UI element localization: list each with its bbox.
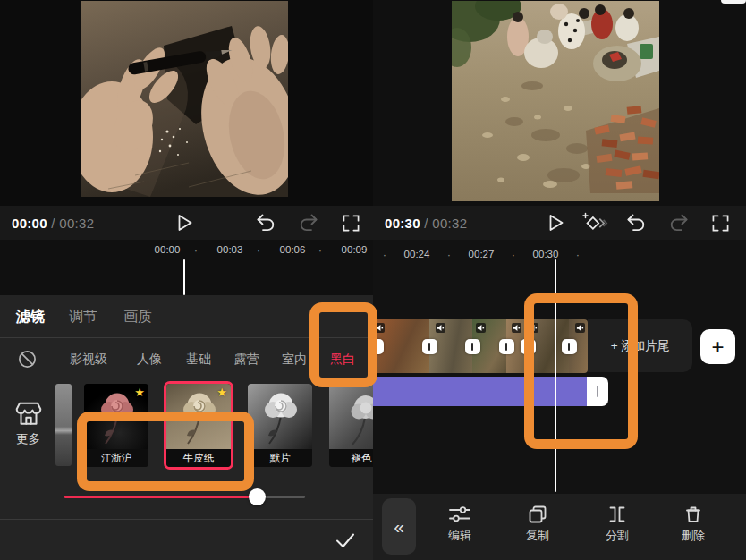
transition-handle[interactable] [465,339,480,354]
filter-card-tuise[interactable]: 褪色 [329,384,373,467]
ruler-tick: 00:06 [280,244,306,255]
category-cinematic[interactable]: 影视级 [70,352,107,368]
mute-icon[interactable] [476,323,486,333]
ruler-tick: 00:09 [342,244,368,255]
ruler-tick: 00:03 [217,244,243,255]
left-preview-area [0,0,373,206]
add-clip-button[interactable]: + [700,329,735,364]
filter-thumb [329,384,373,449]
capcut-dual-screenshot: 00:00 / 00:32 00:00 · 00:03 · 00:06 · 00… [0,0,746,560]
bottom-toolbar: « 编辑 复制 分割 删除 [373,494,746,560]
left-redo-button[interactable] [298,213,319,233]
split-icon [606,504,628,525]
right-time-total: 00:32 [432,216,467,231]
tab-quality[interactable]: 画质 [123,308,152,327]
add-keyframe-button[interactable] [581,212,609,233]
right-fullscreen-button[interactable] [710,213,730,233]
tool-edit[interactable]: 编辑 [448,504,471,544]
filter-thumb [248,384,312,449]
screen-corner-artifact [721,0,746,4]
filter-card-niupizhi[interactable]: ★ 牛皮纸 [166,384,231,467]
audio-track-trim-handle[interactable] [587,377,608,406]
right-play-button[interactable] [547,213,566,233]
mute-icon[interactable] [512,323,521,333]
mute-icon[interactable] [529,323,538,333]
left-playhead [183,259,186,295]
ruler-tick: 00:24 [404,249,430,259]
collapse-toolbar-button[interactable]: « [382,498,416,555]
play-icon [177,214,193,232]
ruler-tick: 00:27 [469,249,495,259]
category-blackwhite[interactable]: 黑白 [330,352,355,368]
right-preview-video [452,1,659,201]
collapse-icon: « [394,516,404,538]
transition-handle[interactable] [499,339,514,354]
mute-icon[interactable] [436,323,445,333]
tool-delete[interactable]: 删除 [682,504,705,544]
checkmark-icon [334,529,357,552]
right-time-display: 00:30 / 00:32 [385,216,467,231]
filter-none-button[interactable] [17,349,37,369]
transition-handle[interactable] [562,339,577,354]
ruler-tick: 00:00 [155,244,181,255]
tab-adjust[interactable]: 调节 [69,308,97,327]
redo-icon [298,214,319,232]
left-fullscreen-button[interactable] [341,213,360,233]
slider-fill [64,496,257,498]
tab-filters[interactable]: 滤镜 [16,308,45,327]
filter-store-button[interactable] [13,397,45,429]
divider [0,337,373,338]
none-icon [18,350,37,369]
transition-handle[interactable] [521,339,536,354]
left-time-total: 00:32 [59,216,94,231]
category-portrait[interactable]: 人像 [137,352,162,368]
tool-split[interactable]: 分割 [606,504,629,544]
filter-name: 褪色 [329,449,373,467]
tool-copy[interactable]: 复制 [526,504,549,544]
left-time-display: 00:00 / 00:32 [12,216,94,231]
star-icon: ★ [134,386,145,399]
left-preview-video [81,1,288,197]
store-icon [13,398,44,428]
add-ending-button[interactable]: + 添加片尾 [588,319,692,372]
right-timeline-area[interactable]: · 00:24 · 00:27 · 00:30 · + 添加片尾 [373,240,746,494]
confirm-button[interactable] [329,526,361,555]
right-control-bar: 00:30 / 00:32 [373,206,746,240]
transition-handle[interactable] [422,339,437,354]
left-undo-button[interactable] [255,213,276,233]
left-play-button[interactable] [175,213,195,233]
redo-icon [668,214,690,232]
right-preview-area [373,0,746,206]
trash-icon [682,504,704,525]
keyframe-icon [581,212,608,233]
filter-panel: 滤镜 调节 画质 影视级 人像 基础 露营 室内 黑白 更多 [0,295,373,560]
slider-thumb[interactable] [249,488,266,505]
mute-icon[interactable] [575,323,585,333]
category-camping[interactable]: 露营 [234,352,259,368]
left-timeline-strip[interactable]: 00:00 · 00:03 · 00:06 · 00:09 [0,240,373,295]
left-control-bar: 00:00 / 00:32 [0,206,373,240]
filter-name: 江浙沪 [84,449,148,467]
fullscreen-icon [343,215,360,232]
filter-card-jiangzhehu[interactable]: ★ 江浙沪 [84,384,148,467]
divider [0,519,373,520]
ruler-tick: 00:30 [533,249,559,259]
more-label: 更多 [16,431,40,447]
copy-icon [527,504,548,525]
right-undo-button[interactable] [625,213,647,233]
mute-icon[interactable] [375,323,385,333]
right-time-current: 00:30 [385,216,420,231]
transition-handle[interactable] [373,339,384,354]
filter-thumb-partial[interactable] [55,384,72,466]
left-time-current: 00:00 [12,216,47,231]
category-indoor[interactable]: 室内 [282,352,307,368]
filter-name: 牛皮纸 [166,449,231,467]
filter-name: 默片 [248,449,312,467]
right-redo-button[interactable] [668,213,690,233]
filter-intensity-slider[interactable] [64,496,305,498]
category-basic[interactable]: 基础 [186,352,211,368]
undo-icon [255,214,276,232]
right-playhead [555,259,557,492]
edit-sliders-icon [448,504,471,525]
filter-card-mopian[interactable]: 默片 [248,384,312,467]
